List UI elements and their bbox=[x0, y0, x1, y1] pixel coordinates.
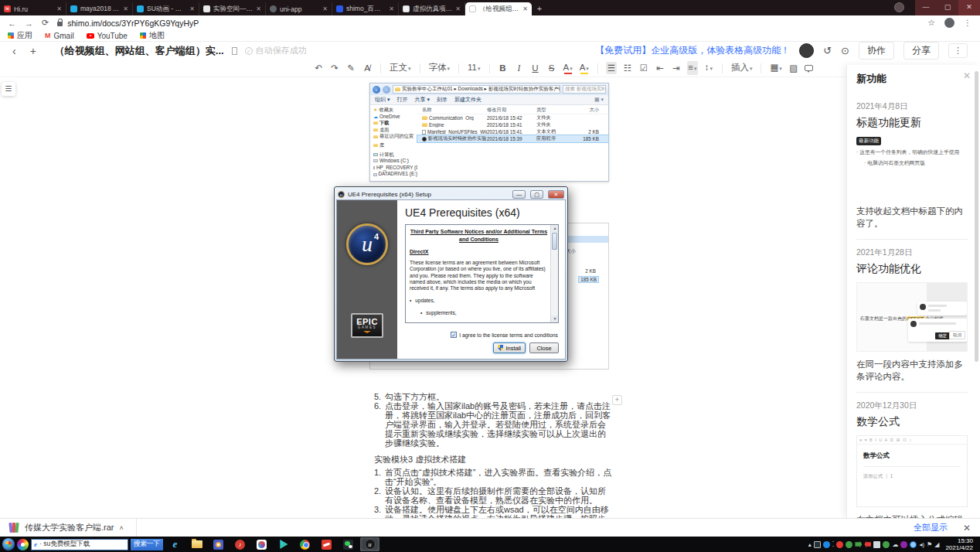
collaborate-button[interactable]: 协作 bbox=[859, 42, 894, 60]
taskbar-explorer-icon[interactable] bbox=[187, 537, 206, 551]
doc-title[interactable]: （给视频组、网站组、客户端组）实... bbox=[55, 44, 224, 58]
taskbar-unreal-engine-icon[interactable]: u bbox=[360, 537, 379, 551]
tab-ilab[interactable]: 实验空间—国家虚拟仿真实验教…✕ bbox=[199, 2, 266, 15]
back-icon[interactable]: ← bbox=[8, 19, 16, 28]
url-box[interactable]: shimo.im/docs/3YrPY6gKG9YqyHyP bbox=[57, 19, 199, 28]
highlight-color-icon[interactable]: ▾ bbox=[579, 61, 590, 75]
tab-close-icon[interactable]: ✕ bbox=[455, 5, 461, 12]
tray-dots-icon[interactable]: ⁚ bbox=[832, 541, 835, 548]
favorite-bookmark-icon[interactable] bbox=[232, 47, 237, 55]
comment-icon[interactable] bbox=[805, 65, 813, 71]
tab-hi-ru[interactable]: Hi.ru✕ bbox=[0, 2, 66, 15]
tray-monitor-icon[interactable] bbox=[814, 541, 821, 548]
taskbar-search-box[interactable]: e · su免费模型下载 bbox=[31, 539, 128, 550]
search-go-button[interactable]: 搜索一下 bbox=[131, 539, 163, 550]
tray-chat-icon[interactable] bbox=[883, 541, 890, 548]
taskbar-video-player-icon[interactable] bbox=[274, 537, 293, 551]
tray-sync-icon[interactable] bbox=[855, 541, 862, 548]
tab-close-icon[interactable]: ✕ bbox=[123, 5, 128, 12]
panel-scrollbar[interactable] bbox=[975, 71, 978, 512]
tray-blue-app-icon[interactable] bbox=[823, 541, 830, 548]
panel-close-icon[interactable]: ✕ bbox=[963, 70, 971, 81]
new-tab-button[interactable]: + bbox=[532, 2, 547, 15]
license-scrollbar[interactable]: ▲ ▼ bbox=[550, 225, 558, 322]
browser-profile-badge[interactable] bbox=[894, 2, 904, 12]
share-button[interactable]: 分享 bbox=[903, 42, 939, 60]
tab-uniapp[interactable]: uni-app✕ bbox=[266, 2, 332, 15]
history-icon[interactable]: ↺ bbox=[823, 45, 832, 56]
tab-close-icon[interactable]: ✕ bbox=[189, 5, 195, 12]
dialog-title-bar[interactable]: u UE4 Prerequisites (x64) Setup — ▢ ✕ bbox=[336, 189, 566, 199]
tray-purple-app-icon[interactable] bbox=[900, 541, 907, 548]
taskbar-red-media-app-icon[interactable] bbox=[317, 537, 336, 551]
clear-format-icon[interactable] bbox=[362, 62, 373, 74]
license-agree-row[interactable]: ✓ I agree to the license terms and condi… bbox=[451, 332, 558, 338]
premium-promo-link[interactable]: 【免费试用】企业高级版，体验表格高级功能！ bbox=[595, 44, 790, 57]
scroll-up-arrow[interactable]: ▲ bbox=[551, 225, 559, 232]
install-button[interactable]: Install bbox=[493, 342, 526, 353]
url-text[interactable]: shimo.im/docs/3YrPY6gKG9YqyHyP bbox=[67, 19, 199, 28]
bullet-list-icon[interactable] bbox=[622, 62, 633, 74]
tray-volume-icon[interactable]: ◂) bbox=[919, 541, 924, 548]
reload-icon[interactable]: ⟳ bbox=[42, 18, 49, 28]
forward-icon[interactable]: → bbox=[25, 19, 33, 28]
line-spacing-icon[interactable]: ▾ bbox=[703, 61, 714, 75]
taskbar-potplayer-icon[interactable] bbox=[209, 537, 228, 551]
bookmark-maps[interactable]: 地图 bbox=[140, 30, 165, 41]
tab-shimo-search[interactable]: shimo_百度搜索✕ bbox=[332, 2, 399, 15]
underline-icon[interactable] bbox=[530, 62, 541, 74]
pinwheel-app-icon[interactable] bbox=[17, 539, 29, 550]
close-button[interactable]: ✕ bbox=[958, 0, 980, 15]
close-button-dialog[interactable]: Close bbox=[529, 342, 559, 353]
ordered-list-icon[interactable] bbox=[606, 62, 617, 74]
user-avatar[interactable] bbox=[799, 43, 814, 58]
license-text-box[interactable]: Third Party Software Notices and/or Addi… bbox=[405, 224, 559, 323]
font-size-select[interactable]: 11▾ bbox=[467, 61, 481, 75]
tab-su-anim[interactable]: SU动画 - 搜索结果 - 哔哩哔哩…✕ bbox=[133, 2, 199, 15]
taskbar-clock[interactable]: 15:30 2021/4/22 bbox=[941, 537, 978, 551]
tray-cloud-icon[interactable]: ☁ bbox=[892, 541, 898, 548]
taskbar-wechat-icon[interactable] bbox=[339, 537, 358, 551]
undo-icon[interactable] bbox=[313, 62, 324, 74]
tray-network-globe-icon[interactable] bbox=[910, 541, 917, 548]
minimize-button[interactable]: — bbox=[915, 0, 937, 15]
tray-signal-icon[interactable]: ◢ bbox=[934, 541, 939, 548]
presentation-icon[interactable]: ⊙ bbox=[841, 45, 849, 56]
tray-download-icon[interactable] bbox=[864, 541, 871, 548]
outdent-icon[interactable] bbox=[655, 62, 665, 74]
tab-close-icon[interactable]: ✕ bbox=[522, 5, 528, 12]
bookmark-gmail[interactable]: MGmail bbox=[45, 32, 74, 40]
tray-expand-icon[interactable]: ▴ bbox=[808, 541, 812, 548]
sidebar-toggle-icon[interactable]: ☰ bbox=[2, 82, 15, 96]
indent-icon[interactable] bbox=[671, 62, 682, 74]
strikethrough-icon[interactable] bbox=[546, 62, 557, 74]
redo-icon[interactable] bbox=[329, 62, 340, 74]
doc-more-icon[interactable]: ⋮ bbox=[948, 43, 968, 58]
tray-red-app-icon[interactable] bbox=[836, 541, 843, 548]
profile-avatar[interactable] bbox=[944, 18, 954, 28]
bookmark-youtube[interactable]: YouTube bbox=[87, 32, 128, 40]
browser-menu-icon[interactable]: ⋮ bbox=[964, 19, 972, 27]
taskbar-netease-music-icon[interactable]: ♪ bbox=[230, 537, 250, 551]
shelf-close-icon[interactable]: ✕ bbox=[963, 523, 971, 533]
maximize-button[interactable]: ▢ bbox=[937, 0, 958, 15]
image-icon[interactable] bbox=[788, 62, 799, 74]
tab-close-icon[interactable]: ✕ bbox=[256, 5, 261, 12]
tray-gray-app-icon[interactable] bbox=[873, 541, 880, 548]
taskbar-ie-icon[interactable]: e bbox=[165, 537, 185, 551]
panel-scroll-thumb[interactable] bbox=[975, 71, 978, 362]
back-to-desktop-icon[interactable]: ‹ bbox=[12, 45, 16, 57]
tab-maya[interactable]: maya2018 Arnold场景渲染黑屏…✕ bbox=[66, 2, 133, 15]
table-icon[interactable]: ▾ bbox=[769, 61, 782, 75]
show-all-downloads-link[interactable]: 全部显示 bbox=[914, 522, 948, 533]
create-doc-button[interactable]: + bbox=[30, 45, 36, 57]
italic-icon[interactable] bbox=[514, 62, 525, 74]
bold-icon[interactable] bbox=[498, 62, 509, 74]
tab-project-log[interactable]: 虚拟仿真项目日志20210422-石…✕ bbox=[399, 2, 465, 15]
insert-menu[interactable]: 插入▾ bbox=[730, 61, 754, 75]
format-painter-icon[interactable] bbox=[345, 62, 356, 74]
align-icon[interactable]: ▾ bbox=[687, 61, 698, 75]
search-text[interactable]: · su免费模型下载 bbox=[39, 540, 90, 549]
taskbar-chrome-icon[interactable] bbox=[295, 537, 315, 551]
download-menu-chevron[interactable]: ˄ bbox=[120, 524, 124, 532]
